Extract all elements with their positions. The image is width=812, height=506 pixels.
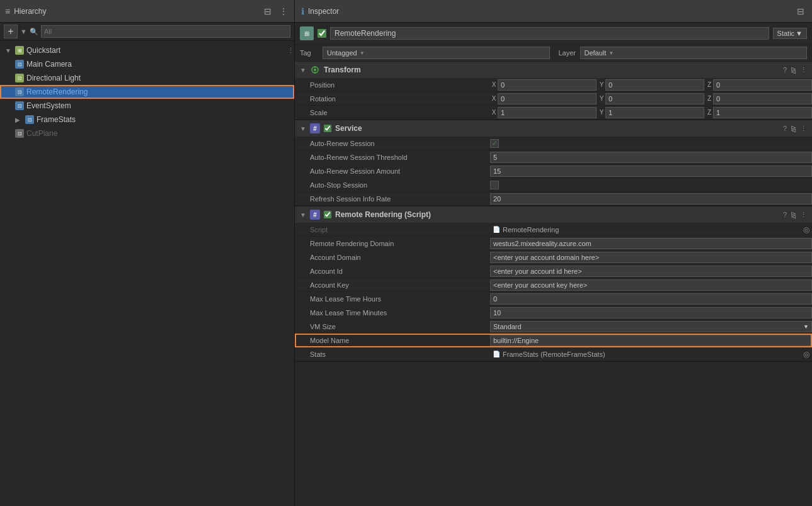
script-target-icon[interactable]: ◎ bbox=[803, 225, 809, 234]
rotation-y-group: Y bbox=[598, 93, 704, 104]
transform-arrow-icon: ▼ bbox=[300, 67, 306, 74]
position-y-input[interactable] bbox=[605, 79, 704, 91]
max-lease-minutes-input[interactable] bbox=[490, 307, 812, 318]
vm-size-dropdown[interactable]: Standard ▼ bbox=[490, 321, 812, 332]
stats-row: Stats 📄 FrameStats (RemoteFrameStats) ◎ bbox=[295, 347, 812, 361]
max-lease-hours-input[interactable] bbox=[490, 293, 812, 305]
auto-stop-session-row: Auto-Stop Session bbox=[295, 178, 812, 192]
stats-target-icon[interactable]: ◎ bbox=[803, 350, 809, 359]
auto-renew-threshold-input[interactable] bbox=[490, 152, 812, 163]
tag-dropdown[interactable]: Untagged ▼ bbox=[323, 47, 550, 59]
rotation-x-input[interactable] bbox=[498, 93, 597, 104]
tree-item-label: Main Camera bbox=[26, 60, 72, 69]
service-more-icon[interactable]: ⋮ bbox=[800, 125, 807, 133]
tree-item-directional-light[interactable]: ⊡ Directional Light bbox=[0, 71, 294, 85]
vm-size-label: VM Size bbox=[295, 322, 490, 332]
rr-domain-label: Remote Rendering Domain bbox=[295, 239, 490, 249]
transform-header[interactable]: ▼ Transform ? ⧎ ⋮ bbox=[295, 62, 812, 78]
position-x-input[interactable] bbox=[498, 79, 597, 91]
rx-label: X bbox=[490, 95, 498, 102]
service-info-icon[interactable]: ? bbox=[783, 125, 787, 132]
transform-more-icon[interactable]: ⋮ bbox=[800, 66, 807, 74]
info-icon: ℹ bbox=[301, 6, 304, 16]
tree-item-event-system[interactable]: ⊡ EventSystem bbox=[0, 99, 294, 113]
y-label: Y bbox=[598, 81, 605, 88]
static-button[interactable]: Static ▼ bbox=[773, 28, 807, 39]
rr-script-more-icon[interactable]: ⋮ bbox=[800, 211, 807, 219]
vm-size-row: VM Size Standard ▼ bbox=[295, 320, 812, 334]
auto-renew-session-checkbox[interactable]: ✓ bbox=[490, 139, 499, 148]
transform-sliders-icon[interactable]: ⧎ bbox=[791, 66, 796, 74]
rr-script-info-icon[interactable]: ? bbox=[783, 211, 787, 218]
tree-item-main-camera[interactable]: ⊡ Main Camera bbox=[0, 57, 294, 71]
scale-label: Scale bbox=[295, 108, 490, 118]
layer-dropdown-arrow: ▼ bbox=[609, 50, 614, 56]
rr-script-header[interactable]: ▼ # Remote Rendering (Script) ? ⧎ ⋮ bbox=[295, 206, 812, 223]
service-header[interactable]: ▼ # Service ? ⧎ ⋮ bbox=[295, 120, 812, 137]
refresh-rate-label: Refresh Session Info Rate bbox=[295, 194, 490, 204]
gameobject-active-checkbox[interactable] bbox=[317, 29, 326, 38]
position-fields: X Y Z bbox=[490, 79, 812, 91]
quickstart-kebab-icon[interactable]: ⋮ bbox=[287, 47, 294, 55]
rz-label: Z bbox=[706, 95, 713, 102]
scale-z-input[interactable] bbox=[713, 107, 812, 118]
tree-item-label: FrameStats bbox=[37, 115, 76, 124]
auto-stop-session-checkbox[interactable] bbox=[490, 181, 499, 189]
inspector-lock-icon[interactable]: ⊟ bbox=[796, 5, 806, 18]
svg-point-1 bbox=[314, 69, 316, 71]
position-x-group: X bbox=[490, 79, 597, 91]
gameobject-name-input[interactable] bbox=[330, 27, 769, 40]
model-name-row: Model Name bbox=[295, 334, 812, 347]
service-active-checkbox[interactable] bbox=[324, 125, 331, 132]
refresh-rate-input[interactable] bbox=[490, 193, 812, 205]
scale-y-input[interactable] bbox=[605, 107, 704, 118]
rr-script-sliders-icon[interactable]: ⧎ bbox=[791, 211, 796, 219]
rr-domain-row: Remote Rendering Domain bbox=[295, 237, 812, 250]
account-domain-row: Account Domain bbox=[295, 250, 812, 264]
add-button[interactable]: + bbox=[4, 25, 18, 38]
account-domain-input[interactable] bbox=[490, 252, 812, 263]
x-label: X bbox=[490, 81, 498, 88]
account-key-row: Account Key bbox=[295, 278, 812, 292]
scale-fields: X Y Z bbox=[490, 107, 812, 118]
inspector-title: Inspector bbox=[308, 7, 339, 16]
rotation-z-input[interactable] bbox=[713, 93, 812, 104]
auto-renew-amount-label: Auto-Renew Session Amount bbox=[295, 166, 490, 176]
auto-renew-session-value: ✓ bbox=[490, 139, 812, 148]
script-name: RemoteRendering bbox=[503, 226, 559, 233]
tag-label: Tag bbox=[300, 49, 319, 57]
more-options-icon[interactable]: ⋮ bbox=[278, 5, 289, 18]
auto-renew-session-label: Auto-Renew Session bbox=[295, 138, 490, 149]
tree-item-cut-plane[interactable]: ⊡ CutPlane bbox=[0, 126, 294, 140]
transform-info-icon[interactable]: ? bbox=[783, 66, 787, 74]
tree-item-quickstart[interactable]: ▼ ⊞ Quickstart ⋮ bbox=[0, 43, 294, 57]
search-input[interactable] bbox=[41, 25, 290, 38]
tree-item-frame-stats[interactable]: ▶ ⊡ FrameStats bbox=[0, 113, 294, 126]
position-z-input[interactable] bbox=[713, 79, 812, 91]
scale-y-group: Y bbox=[598, 107, 704, 118]
gameobject-header: ⊞ Static ▼ bbox=[295, 23, 812, 45]
lock-icon[interactable]: ⊟ bbox=[263, 5, 273, 18]
max-lease-hours-row: Max Lease Time Hours bbox=[295, 292, 812, 306]
account-key-input[interactable] bbox=[490, 279, 812, 291]
rr-domain-input[interactable] bbox=[490, 238, 812, 249]
vm-size-arrow-icon: ▼ bbox=[803, 323, 809, 330]
auto-renew-amount-input[interactable] bbox=[490, 166, 812, 177]
hierarchy-title: Hierarchy bbox=[14, 7, 46, 16]
tree-item-remote-rendering[interactable]: ⊡ RemoteRendering bbox=[0, 85, 294, 99]
scale-x-input[interactable] bbox=[498, 107, 597, 118]
rotation-z-group: Z bbox=[706, 93, 812, 104]
account-domain-label: Account Domain bbox=[295, 252, 490, 262]
hamburger-icon: ≡ bbox=[5, 6, 10, 16]
model-name-input[interactable] bbox=[490, 335, 812, 346]
inspector-content: ⊞ Static ▼ Tag Untagged ▼ Layer Default … bbox=[295, 23, 812, 506]
account-id-input[interactable] bbox=[490, 266, 812, 277]
ry-label: Y bbox=[598, 95, 605, 102]
rr-script-header-icons: ? ⧎ ⋮ bbox=[783, 211, 807, 219]
layer-dropdown[interactable]: Default ▼ bbox=[580, 47, 808, 59]
rotation-y-input[interactable] bbox=[605, 93, 704, 104]
auto-renew-amount-value bbox=[490, 166, 812, 177]
service-sliders-icon[interactable]: ⧎ bbox=[791, 125, 796, 133]
rr-script-active-checkbox[interactable] bbox=[324, 211, 331, 218]
account-id-row: Account Id bbox=[295, 264, 812, 278]
